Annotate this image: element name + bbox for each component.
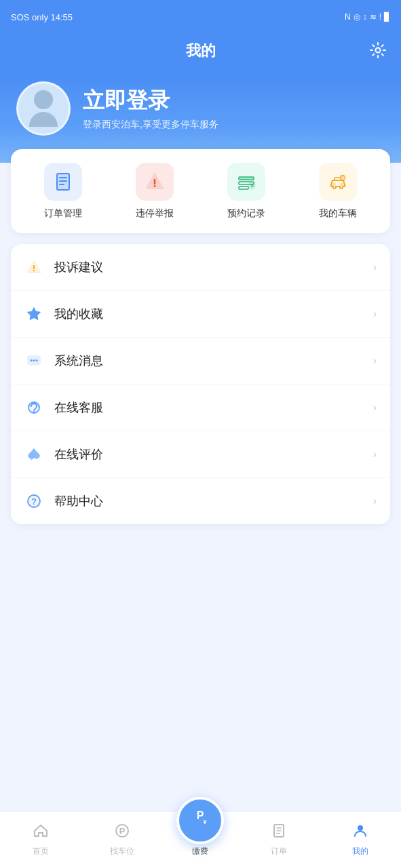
help-label: 帮助中心: [54, 493, 362, 509]
mine-label: 我的: [352, 846, 368, 857]
quick-action-violation[interactable]: 违停举报: [128, 163, 182, 220]
support-arrow: ›: [373, 401, 377, 414]
orders-icon: [271, 823, 287, 843]
order-label: 订单管理: [44, 208, 82, 220]
svg-rect-11: [239, 186, 248, 189]
avatar-figure: [29, 90, 58, 127]
booking-icon: [227, 163, 265, 201]
parking-label: 找车位: [110, 846, 134, 857]
quick-action-order[interactable]: 订单管理: [36, 163, 90, 220]
svg-text:¥: ¥: [204, 818, 207, 825]
complaint-arrow: ›: [373, 261, 377, 273]
svg-text:?: ?: [31, 496, 37, 507]
help-icon: ?: [24, 493, 43, 509]
svg-point-0: [376, 48, 381, 53]
nav-item-mine[interactable]: 我的: [333, 823, 387, 857]
payment-button[interactable]: P ¥: [176, 797, 224, 844]
orders-label: 订单: [271, 846, 287, 857]
violation-label: 违停举报: [136, 208, 174, 220]
rating-label: 在线评价: [54, 446, 362, 462]
avatar-head: [34, 90, 53, 109]
booking-label: 预约记录: [227, 208, 265, 220]
svg-text:P: P: [119, 826, 126, 836]
menu-item-support[interactable]: 在线客服 ›: [11, 384, 390, 431]
svg-point-23: [33, 359, 35, 361]
status-bar: SOS only 14:55 N ◎ ↕ ≋ ! ▊: [0, 0, 401, 34]
home-label: 首页: [33, 846, 49, 857]
quick-actions-card: 订单管理 违停举报: [11, 149, 390, 233]
status-icons: N ◎ ↕ ≋ ! ▊: [345, 12, 390, 22]
payment-icon: P ¥: [191, 809, 210, 832]
favorites-arrow: ›: [373, 308, 377, 320]
complaint-icon: [24, 259, 43, 275]
mine-icon: [352, 823, 368, 843]
login-title: 立即登录: [83, 86, 218, 116]
nav-item-home[interactable]: 首页: [14, 823, 68, 857]
order-icon: [44, 163, 82, 201]
vehicle-icon: P: [319, 163, 357, 201]
settings-button[interactable]: [368, 41, 387, 64]
page-title: 我的: [186, 41, 216, 61]
menu-item-help[interactable]: ? 帮助中心 ›: [11, 478, 390, 524]
messages-label: 系统消息: [54, 353, 362, 369]
svg-point-24: [36, 359, 38, 361]
nfc-icon: N: [345, 12, 351, 22]
svg-point-37: [358, 825, 363, 831]
menu-item-favorites[interactable]: 我的收藏 ›: [11, 291, 390, 338]
header: 我的: [0, 34, 401, 75]
nav-item-parking[interactable]: P 找车位: [95, 823, 149, 857]
quick-action-booking[interactable]: 预约记录: [219, 163, 273, 220]
profile-info: 立即登录 登录西安泊车,享受更多停车服务: [83, 86, 218, 131]
svg-point-20: [33, 270, 35, 271]
svg-point-16: [341, 183, 343, 186]
rating-icon: [24, 446, 43, 462]
login-subtitle: 登录西安泊车,享受更多停车服务: [83, 119, 218, 131]
wifi-icon: ≋: [370, 12, 377, 22]
nav-item-payment[interactable]: P ¥ 缴费: [176, 797, 224, 857]
avatar-body: [29, 112, 58, 127]
rating-arrow: ›: [373, 448, 377, 460]
favorites-label: 我的收藏: [54, 306, 362, 322]
menu-item-messages[interactable]: 系统消息 ›: [11, 338, 390, 384]
support-icon: [24, 399, 43, 416]
svg-point-22: [31, 359, 33, 361]
violation-icon: [136, 163, 174, 201]
favorites-icon: [24, 306, 43, 322]
home-icon: [33, 823, 49, 843]
avatar[interactable]: [16, 81, 71, 136]
battery-low-icon: !: [379, 12, 381, 22]
payment-label: 缴费: [192, 846, 208, 857]
main-content: 订单管理 违停举报: [0, 149, 401, 811]
complaint-label: 投诉建议: [54, 259, 362, 275]
battery-icon: ▊: [384, 12, 390, 22]
help-arrow: ›: [373, 495, 377, 507]
parking-icon: P: [114, 823, 130, 843]
location-icon: ◎: [354, 12, 360, 22]
messages-icon: [24, 353, 43, 369]
vibrate-icon: ↕: [363, 12, 367, 22]
support-label: 在线客服: [54, 399, 362, 416]
svg-point-15: [332, 183, 335, 186]
svg-point-7: [154, 185, 156, 187]
quick-action-vehicle[interactable]: P 我的车辆: [311, 163, 365, 220]
menu-item-complaint[interactable]: 投诉建议 ›: [11, 244, 390, 291]
svg-point-26: [33, 412, 35, 413]
bottom-nav: 首页 P 找车位 P ¥ 缴费: [0, 811, 401, 868]
status-time: SOS only 14:55: [11, 12, 73, 22]
menu-card: 投诉建议 › 我的收藏 › 系统消息: [11, 244, 390, 524]
messages-arrow: ›: [373, 355, 377, 367]
vehicle-label: 我的车辆: [319, 208, 357, 220]
nav-item-orders[interactable]: 订单: [252, 823, 306, 857]
menu-item-rating[interactable]: 在线评价 ›: [11, 431, 390, 478]
